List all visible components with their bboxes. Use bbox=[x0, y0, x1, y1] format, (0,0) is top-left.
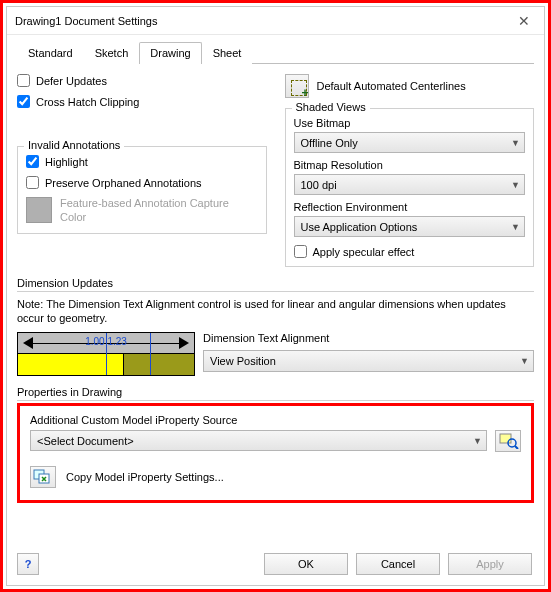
dimension-align-combo[interactable]: View Position ▼ bbox=[203, 350, 534, 372]
dimension-preview: 1.00 1.23 bbox=[17, 332, 195, 376]
iproperty-source-highlight: Additional Custom Model iProperty Source… bbox=[17, 403, 534, 503]
chevron-down-icon: ▼ bbox=[511, 222, 520, 232]
svg-line-2 bbox=[515, 446, 518, 449]
use-bitmap-label: Use Bitmap bbox=[294, 117, 526, 129]
dimension-preview-text: 1.00 1.23 bbox=[18, 336, 194, 347]
highlight-checkbox[interactable] bbox=[26, 155, 39, 168]
tab-drawing[interactable]: Drawing bbox=[139, 42, 201, 64]
help-button[interactable]: ? bbox=[17, 553, 39, 575]
magnifier-icon bbox=[499, 433, 519, 449]
iproperty-source-value: <Select Document> bbox=[37, 435, 134, 447]
specular-label: Apply specular effect bbox=[313, 246, 415, 258]
highlight-label: Highlight bbox=[45, 156, 88, 168]
feature-color-label: Feature-based Annotation Capture Color bbox=[60, 197, 258, 225]
dimension-updates-note: Note: The Dimension Text Alignment contr… bbox=[17, 298, 534, 326]
chevron-down-icon: ▼ bbox=[520, 356, 529, 366]
bitmap-res-combo[interactable]: 100 dpi ▼ bbox=[294, 174, 526, 195]
copy-settings-icon bbox=[33, 469, 53, 485]
dimension-align-value: View Position bbox=[210, 355, 276, 367]
chevron-down-icon: ▼ bbox=[511, 138, 520, 148]
dimension-align-label: Dimension Text Alignment bbox=[203, 332, 534, 344]
tab-standard[interactable]: Standard bbox=[17, 42, 84, 64]
shaded-views-group: Shaded Views Use Bitmap Offline Only ▼ B… bbox=[285, 108, 535, 267]
window-title: Drawing1 Document Settings bbox=[15, 15, 157, 27]
svg-rect-0 bbox=[500, 434, 511, 443]
dimension-updates-title: Dimension Updates bbox=[17, 277, 534, 289]
copy-settings-icon-button[interactable] bbox=[30, 466, 56, 488]
cross-hatch-label: Cross Hatch Clipping bbox=[36, 96, 139, 108]
properties-in-drawing-title: Properties in Drawing bbox=[17, 386, 534, 398]
tab-strip: Standard Sketch Drawing Sheet bbox=[17, 41, 534, 64]
defer-updates-label: Defer Updates bbox=[36, 75, 107, 87]
copy-settings-label: Copy Model iProperty Settings... bbox=[66, 471, 224, 483]
bitmap-res-value: 100 dpi bbox=[301, 179, 337, 191]
close-icon[interactable]: ✕ bbox=[512, 11, 536, 31]
use-bitmap-combo[interactable]: Offline Only ▼ bbox=[294, 132, 526, 153]
reflection-env-combo[interactable]: Use Application Options ▼ bbox=[294, 216, 526, 237]
ok-button[interactable]: OK bbox=[264, 553, 348, 575]
invalid-annotations-group: Invalid Annotations Highlight Preserve O… bbox=[17, 146, 267, 234]
cancel-button[interactable]: Cancel bbox=[356, 553, 440, 575]
reflection-env-value: Use Application Options bbox=[301, 221, 418, 233]
defer-updates-checkbox[interactable] bbox=[17, 74, 30, 87]
document-settings-dialog: Drawing1 Document Settings ✕ Standard Sk… bbox=[6, 6, 545, 586]
preserve-orphaned-label: Preserve Orphaned Annotations bbox=[45, 177, 202, 189]
feature-color-swatch[interactable] bbox=[26, 197, 52, 223]
titlebar: Drawing1 Document Settings ✕ bbox=[7, 7, 544, 35]
preserve-orphaned-checkbox[interactable] bbox=[26, 176, 39, 189]
help-icon: ? bbox=[25, 558, 32, 570]
chevron-down-icon: ▼ bbox=[473, 436, 482, 446]
iproperty-source-label: Additional Custom Model iProperty Source bbox=[30, 414, 521, 426]
right-column: Default Automated Centerlines Shaded Vie… bbox=[285, 74, 535, 267]
chevron-down-icon: ▼ bbox=[511, 180, 520, 190]
bitmap-res-label: Bitmap Resolution bbox=[294, 159, 526, 171]
browse-icon-button[interactable] bbox=[495, 430, 521, 452]
tab-sketch[interactable]: Sketch bbox=[84, 42, 140, 64]
reflection-env-label: Reflection Environment bbox=[294, 201, 526, 213]
centerlines-icon[interactable] bbox=[285, 74, 309, 98]
tab-sheet[interactable]: Sheet bbox=[202, 42, 253, 64]
centerlines-label: Default Automated Centerlines bbox=[317, 80, 466, 92]
apply-button[interactable]: Apply bbox=[448, 553, 532, 575]
shaded-views-title: Shaded Views bbox=[292, 101, 370, 113]
invalid-annotations-title: Invalid Annotations bbox=[24, 139, 124, 151]
dialog-button-bar: ? OK Cancel Apply bbox=[7, 547, 544, 585]
specular-checkbox[interactable] bbox=[294, 245, 307, 258]
cross-hatch-checkbox[interactable] bbox=[17, 95, 30, 108]
left-column: Defer Updates Cross Hatch Clipping Inval… bbox=[17, 74, 267, 267]
use-bitmap-value: Offline Only bbox=[301, 137, 358, 149]
iproperty-source-combo[interactable]: <Select Document> ▼ bbox=[30, 430, 487, 451]
